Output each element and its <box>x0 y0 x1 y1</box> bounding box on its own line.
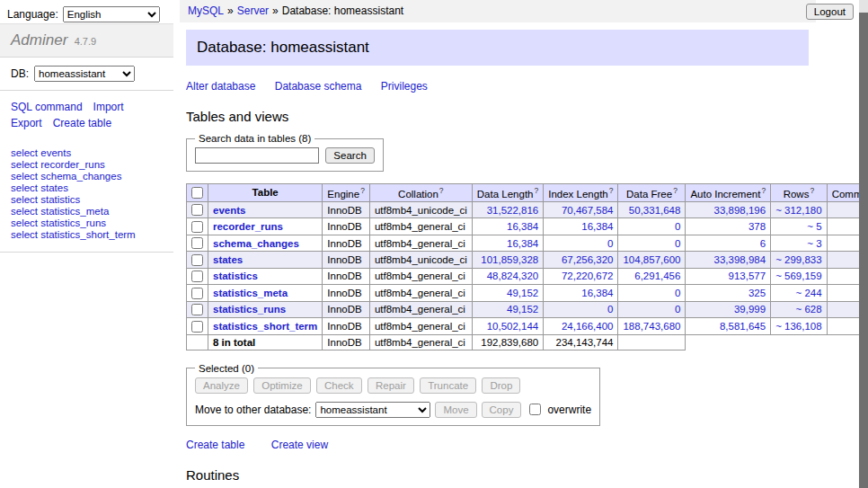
sidebar-link-create-table[interactable]: Create table <box>53 117 111 129</box>
table-name-link[interactable]: events <box>213 205 245 216</box>
sidebar-select-link[interactable]: select <box>11 159 38 170</box>
data-free-link[interactable]: 188,743,680 <box>623 321 680 332</box>
create-table-link[interactable]: Create table <box>186 439 244 451</box>
auto-increment-link[interactable]: 33,898,196 <box>714 205 766 216</box>
sidebar-select-link[interactable]: select <box>11 229 38 240</box>
data-free-link[interactable]: 0 <box>675 238 680 249</box>
auto-increment-link[interactable]: 913,577 <box>729 271 766 281</box>
search-button[interactable]: Search <box>325 147 374 164</box>
help-link[interactable]: ? <box>439 186 444 195</box>
index-length-link[interactable]: 0 <box>607 238 613 249</box>
sidebar-select-link[interactable]: select <box>11 182 38 193</box>
selected-action-button[interactable]: Analyze <box>195 377 248 394</box>
sidebar-table-name-link[interactable]: recorder_runs <box>40 159 105 170</box>
rows-count-link[interactable]: ~ 628 <box>796 304 822 315</box>
scrollbar-thumb[interactable] <box>859 13 868 488</box>
selected-action-button[interactable]: Drop <box>482 377 520 394</box>
sidebar-select-link[interactable]: select <box>11 217 38 228</box>
data-free-link[interactable]: 0 <box>675 288 680 298</box>
sidebar-table-name-link[interactable]: statistics_short_term <box>40 229 135 240</box>
help-link[interactable]: ? <box>673 186 678 195</box>
data-free-link[interactable]: 0 <box>675 304 680 315</box>
row-checkbox[interactable] <box>191 204 203 216</box>
sidebar-link-export[interactable]: Export <box>11 117 42 129</box>
data-length-link[interactable]: 49,152 <box>507 288 538 298</box>
table-name-link[interactable]: statistics_runs <box>213 304 286 315</box>
table-name-link[interactable]: statistics_short_term <box>213 321 317 332</box>
help-link[interactable]: ? <box>761 186 766 195</box>
sidebar-table-name-link[interactable]: statistics_meta <box>40 206 109 217</box>
selected-action-button[interactable]: Repair <box>368 377 414 394</box>
index-length-link[interactable]: 67,256,320 <box>562 254 614 265</box>
selected-action-button[interactable]: Truncate <box>420 377 476 394</box>
table-name-link[interactable]: states <box>213 254 243 265</box>
data-length-link[interactable]: 31,522,816 <box>487 205 539 216</box>
alter-database-link[interactable]: Alter database <box>186 80 255 93</box>
sidebar-table-name-link[interactable]: statistics_runs <box>40 217 106 228</box>
row-checkbox[interactable] <box>191 221 203 233</box>
sidebar-select-link[interactable]: select <box>11 206 38 217</box>
rows-count-link[interactable]: ~ 3 <box>807 238 821 249</box>
selected-action-button[interactable]: Optimize <box>253 377 310 394</box>
row-checkbox[interactable] <box>191 304 203 315</box>
move-db-select[interactable]: homeassistant <box>315 402 430 418</box>
logout-button[interactable]: Logout <box>806 4 854 20</box>
rows-count-link[interactable]: ~ 312,180 <box>775 205 821 216</box>
selected-action-button[interactable]: Check <box>316 377 362 394</box>
table-name-link[interactable]: schema_changes <box>213 238 299 249</box>
help-link[interactable]: ? <box>534 186 538 195</box>
data-length-link[interactable]: 48,824,320 <box>487 271 539 281</box>
data-free-link[interactable]: 104,857,600 <box>623 254 680 265</box>
index-length-link[interactable]: 24,166,400 <box>562 321 614 332</box>
index-length-link[interactable]: 0 <box>607 304 613 315</box>
row-checkbox[interactable] <box>191 271 203 282</box>
sidebar-select-link[interactable]: select <box>11 171 38 182</box>
table-name-link[interactable]: statistics_meta <box>213 288 288 298</box>
sidebar-link-sql-command[interactable]: SQL command <box>11 101 83 113</box>
database-schema-link[interactable]: Database schema <box>275 80 362 93</box>
data-free-link[interactable]: 50,331,648 <box>629 205 681 216</box>
rows-count-link[interactable]: ~ 136,108 <box>775 321 821 332</box>
sidebar-select-link[interactable]: select <box>11 194 38 205</box>
table-name-link[interactable]: recorder_runs <box>213 221 283 232</box>
row-checkbox[interactable] <box>191 321 203 333</box>
help-link[interactable]: ? <box>810 186 814 195</box>
data-free-link[interactable]: 0 <box>675 221 680 232</box>
rows-count-link[interactable]: ~ 244 <box>796 288 822 298</box>
move-button[interactable]: Move <box>435 402 476 418</box>
index-length-link[interactable]: 72,220,672 <box>562 271 614 281</box>
privileges-link[interactable]: Privileges <box>381 80 428 93</box>
copy-button[interactable]: Copy <box>482 402 522 418</box>
sidebar-table-name-link[interactable]: statistics <box>40 194 80 205</box>
rows-count-link[interactable]: ~ 569,159 <box>775 271 821 281</box>
overwrite-checkbox[interactable] <box>529 404 541 415</box>
index-length-link[interactable]: 16,384 <box>581 288 613 298</box>
rows-count-link[interactable]: ~ 5 <box>807 221 821 232</box>
row-checkbox[interactable] <box>191 288 203 299</box>
data-length-link[interactable]: 16,384 <box>507 221 538 232</box>
auto-increment-link[interactable]: 378 <box>748 221 766 232</box>
sidebar-table-name-link[interactable]: schema_changes <box>40 171 121 182</box>
table-name-link[interactable]: statistics <box>213 271 258 281</box>
help-link[interactable]: ? <box>360 186 365 195</box>
index-length-link[interactable]: 70,467,584 <box>562 205 614 216</box>
breadcrumb-server-link[interactable]: Server <box>237 4 269 17</box>
index-length-link[interactable]: 16,384 <box>581 221 613 232</box>
db-select[interactable]: homeassistant <box>34 66 135 82</box>
data-free-link[interactable]: 6,291,456 <box>634 271 680 281</box>
rows-count-link[interactable]: ~ 299,833 <box>775 254 821 265</box>
language-select[interactable]: English <box>63 6 160 22</box>
data-length-link[interactable]: 16,384 <box>507 238 538 249</box>
breadcrumb-mysql-link[interactable]: MySQL <box>188 4 224 17</box>
help-link[interactable]: ? <box>609 186 614 195</box>
auto-increment-link[interactable]: 8,581,645 <box>720 321 766 332</box>
row-checkbox[interactable] <box>191 237 203 249</box>
data-length-link[interactable]: 49,152 <box>507 304 538 315</box>
search-input[interactable] <box>195 147 319 164</box>
sidebar-table-name-link[interactable]: events <box>40 147 71 158</box>
select-all-checkbox[interactable] <box>191 187 203 199</box>
vertical-scrollbar[interactable] <box>859 0 868 488</box>
auto-increment-link[interactable]: 39,999 <box>734 304 766 315</box>
create-view-link[interactable]: Create view <box>271 439 328 451</box>
auto-increment-link[interactable]: 325 <box>748 288 766 298</box>
